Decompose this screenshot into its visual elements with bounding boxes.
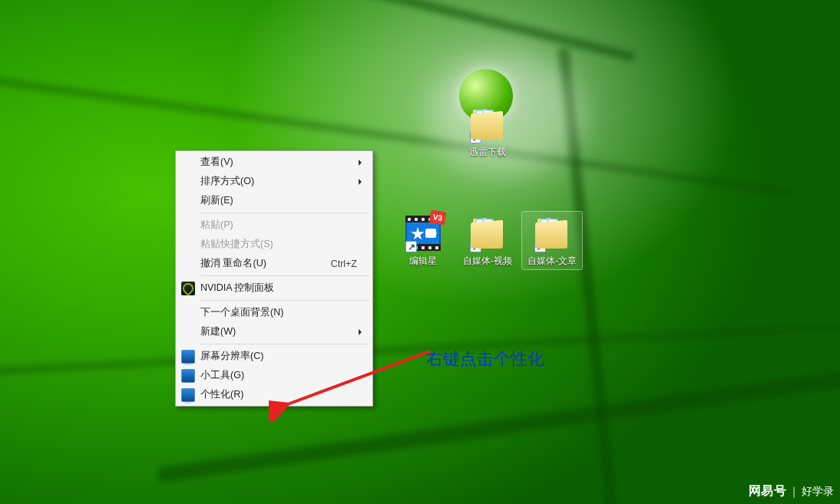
desktop-background[interactable]: 迅雷下载 V3 编辑星 自媒体-视频 自媒体-文章 查看(V) 排序方 — [0, 0, 840, 504]
shortcut-overlay-icon — [470, 241, 481, 252]
wallpaper-blade — [0, 321, 840, 377]
menu-item-next-background[interactable]: 下一个桌面背景(N) — [177, 303, 371, 322]
menu-item-paste-shortcut: 粘贴快捷方式(S) — [177, 235, 371, 254]
folder-icon — [468, 105, 507, 143]
app-icon: V3 — [404, 214, 442, 252]
desktop-icon-media-video[interactable]: 自媒体-视频 — [458, 214, 518, 268]
desktop-context-menu: 查看(V) 排序方式(O) 刷新(E) 粘贴(P) 粘贴快捷方式(S) 撤消 重… — [175, 150, 373, 407]
folder-icon — [468, 214, 507, 252]
menu-item-view[interactable]: 查看(V) — [177, 153, 371, 172]
desktop-icon-xunlei[interactable]: 迅雷下载 — [458, 105, 518, 159]
menu-item-shortcut: Ctrl+Z — [313, 259, 357, 269]
desktop-icon-label: 编辑星 — [409, 255, 437, 268]
monitor-icon — [181, 350, 195, 364]
folder-icon — [533, 214, 571, 252]
desktop-icon-media-article[interactable]: 自媒体-文章 — [522, 212, 582, 269]
wallpaper-stem — [558, 47, 620, 504]
watermark-author: 好学录 — [802, 485, 834, 499]
menu-item-gadgets[interactable]: 小工具(G) — [177, 366, 371, 385]
menu-item-undo-rename[interactable]: 撤消 重命名(U)Ctrl+Z — [177, 254, 371, 273]
menu-item-sort[interactable]: 排序方式(O) — [177, 172, 371, 191]
menu-item-new[interactable]: 新建(W) — [177, 322, 371, 341]
monitor-icon — [181, 369, 195, 383]
desktop-icon-editor[interactable]: V3 编辑星 — [393, 214, 453, 268]
menu-item-personalize[interactable]: 个性化(R) — [177, 385, 371, 404]
monitor-icon — [181, 388, 195, 402]
desktop-icon-label: 自媒体-文章 — [527, 255, 577, 268]
menu-item-resolution[interactable]: 屏幕分辨率(C) — [177, 347, 371, 366]
annotation-text: 右键点击个性化 — [426, 348, 544, 371]
watermark-brand: 网易号 — [749, 483, 787, 499]
wallpaper-blade — [0, 72, 795, 197]
desktop-icon-label: 迅雷下载 — [469, 146, 506, 159]
menu-separator — [200, 212, 369, 213]
watermark-divider: | — [792, 486, 795, 498]
nvidia-icon — [181, 282, 195, 295]
menu-separator — [200, 344, 369, 344]
shortcut-overlay-icon — [405, 241, 417, 252]
shortcut-overlay-icon — [534, 241, 546, 252]
desktop-icon-label: 自媒体-视频 — [463, 255, 512, 268]
version-badge: V3 — [429, 209, 447, 225]
shortcut-overlay-icon — [470, 132, 481, 143]
wallpaper-blade — [0, 0, 636, 62]
menu-separator — [200, 300, 369, 301]
watermark: 网易号 | 好学录 — [749, 483, 834, 499]
menu-item-paste: 粘贴(P) — [177, 216, 371, 235]
menu-item-refresh[interactable]: 刷新(E) — [177, 191, 371, 210]
menu-separator — [200, 275, 369, 276]
menu-item-nvidia[interactable]: NVIDIA 控制面板 — [177, 278, 371, 298]
